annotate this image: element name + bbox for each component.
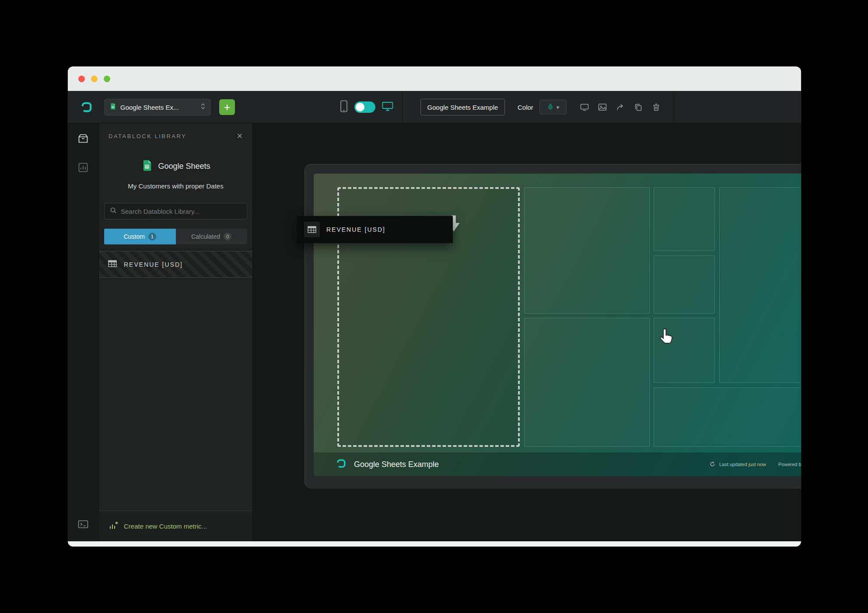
duplicate-icon[interactable] — [634, 103, 643, 111]
search-input[interactable] — [121, 208, 242, 215]
color-label: Color — [518, 91, 533, 123]
dashboard-name-label: Google Sheets Example — [427, 104, 498, 111]
color-theme-selector[interactable]: ▾ — [539, 100, 567, 115]
dashboard-logo-icon — [336, 459, 346, 470]
datasource-selector[interactable]: Google Sheets Ex... — [105, 99, 210, 115]
datasource-selector-label: Google Sheets Ex... — [120, 104, 196, 111]
dashboard-tile[interactable] — [654, 387, 801, 447]
desktop-preview-icon[interactable] — [382, 101, 393, 113]
dashboard-title: Google Sheets Example — [354, 460, 439, 469]
refresh-icon[interactable] — [710, 461, 715, 468]
zoom-window-button[interactable] — [104, 76, 110, 82]
tv-display-icon[interactable] — [580, 103, 589, 111]
plus-icon: + — [224, 101, 230, 113]
tab-calculated-count-badge: 0 — [224, 233, 231, 240]
trash-icon[interactable] — [652, 103, 661, 111]
table-icon — [108, 259, 117, 270]
dashboard-footer: Google Sheets Example Last updated just … — [314, 453, 801, 476]
app-body: DATABLOCK LIBRARY ✕ Google Sheets My Cus… — [68, 123, 801, 541]
table-icon — [304, 222, 320, 237]
datablock-item-revenue[interactable]: REVENUE [USD] — [99, 251, 252, 278]
tab-custom-label: Custom — [124, 233, 145, 240]
datablock-item-label: REVENUE [USD] — [124, 261, 183, 268]
close-icon[interactable]: ✕ — [237, 132, 243, 141]
mobile-preview-icon[interactable] — [340, 100, 348, 114]
toggle-knob — [356, 103, 364, 111]
tab-calculated-label: Calculated — [191, 233, 220, 240]
device-preview-toggle[interactable] — [354, 101, 375, 113]
dashboard-name-button[interactable]: Google Sheets Example — [420, 99, 505, 115]
toolbar-divider — [674, 91, 674, 123]
search-box — [104, 203, 247, 219]
last-updated-label: Last updated just now — [719, 462, 766, 467]
close-window-button[interactable] — [78, 76, 85, 82]
powered-by-label: Powered b — [778, 462, 801, 467]
datasource-header: Google Sheets — [99, 159, 252, 173]
app-window: Google Sheets Ex... + Google Sheets Exam… — [68, 66, 801, 547]
google-sheets-icon — [141, 159, 153, 173]
droplet-icon — [547, 103, 554, 111]
new-metric-icon — [108, 521, 118, 532]
library-tabs: Custom 1 Calculated 0 — [104, 229, 247, 244]
dashboard-frame: Google Sheets Example Last updated just … — [304, 164, 801, 488]
drag-ghost-label: REVENUE [USD] — [326, 226, 385, 233]
chevron-down-icon: ▾ — [556, 104, 560, 111]
app-logo-icon — [81, 101, 92, 115]
tab-custom[interactable]: Custom 1 — [104, 229, 176, 244]
dashboard-tile[interactable] — [524, 318, 650, 447]
dashboard-tile[interactable] — [719, 187, 801, 383]
create-custom-metric-button[interactable]: Create new Custom metric... — [99, 511, 252, 541]
tab-custom-count-badge: 1 — [148, 233, 156, 240]
tab-calculated[interactable]: Calculated 0 — [176, 229, 248, 244]
dashboard-canvas: Google Sheets Example Last updated just … — [253, 123, 801, 541]
dashboard-tile[interactable] — [654, 318, 715, 383]
device-preview-group — [340, 91, 393, 123]
search-icon — [110, 207, 117, 216]
console-icon[interactable] — [76, 517, 91, 532]
toolbar-action-icons — [580, 91, 661, 123]
datasource-subtitle: My Customers with proper Dates — [99, 182, 252, 190]
macos-titlebar — [68, 66, 801, 91]
dashboard-tile[interactable] — [654, 187, 715, 251]
last-updated-status: Last updated just now — [710, 461, 766, 468]
datablock-library-icon[interactable] — [76, 131, 91, 146]
image-icon[interactable] — [598, 103, 607, 111]
window-bottom-strip — [68, 541, 801, 547]
panel-title: DATABLOCK LIBRARY — [108, 133, 186, 139]
create-custom-metric-label: Create new Custom metric... — [124, 522, 207, 530]
minimize-window-button[interactable] — [91, 76, 98, 82]
sidebar-rail — [68, 123, 99, 541]
dashboard-tile[interactable] — [524, 187, 650, 313]
panel-header: DATABLOCK LIBRARY ✕ — [99, 123, 252, 149]
metrics-panel-icon[interactable] — [76, 160, 91, 175]
drag-ghost-revenue[interactable]: REVENUE [USD] — [297, 216, 453, 243]
toolbar-divider — [402, 91, 403, 123]
sheets-mini-icon — [109, 103, 116, 111]
share-icon[interactable] — [616, 103, 625, 111]
dashboard-tile[interactable] — [654, 255, 715, 313]
sort-arrows-icon — [200, 102, 206, 112]
main-toolbar: Google Sheets Ex... + Google Sheets Exam… — [68, 91, 801, 123]
datablock-library-panel: DATABLOCK LIBRARY ✕ Google Sheets My Cus… — [99, 123, 253, 541]
panel-spacer — [99, 278, 252, 511]
datasource-name: Google Sheets — [158, 162, 210, 171]
add-dashboard-button[interactable]: + — [219, 99, 235, 115]
